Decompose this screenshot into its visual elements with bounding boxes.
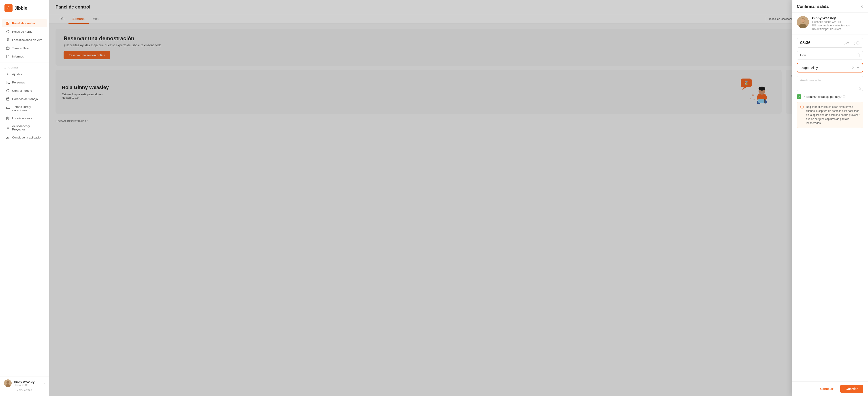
note-area[interactable]: Añadir una nota ⇲ — [797, 76, 863, 91]
sidebar-item-control[interactable]: Control horario — [2, 87, 47, 95]
confirm-salida-panel: Confirmar salida × Ginny Weasley Fichand… — [792, 0, 868, 396]
sidebar-item-label-loc-vivo: Localizaciones en vivo — [12, 38, 42, 42]
close-panel-button[interactable]: × — [860, 4, 863, 9]
confirm-header: Confirmar salida × — [792, 0, 868, 12]
pin-icon — [6, 38, 10, 42]
list-icon — [6, 126, 10, 130]
sidebar-item-app[interactable]: Consigue la aplicación — [2, 133, 47, 141]
sidebar-item-label-hojas: Hojas de horas — [12, 30, 32, 33]
sidebar-item-loc[interactable]: Localizaciones — [2, 114, 47, 122]
confirm-split-time: Dividir tiempo: 12:00 am — [812, 28, 850, 31]
sidebar-item-label-panel: Panel de control — [12, 22, 36, 25]
confirm-user-row: Ginny Weasley Fichando desde GMT+8 Últim… — [792, 12, 868, 34]
clock-icon — [6, 30, 10, 34]
file-icon — [6, 54, 10, 58]
confirm-title: Confirmar salida — [797, 4, 829, 9]
collapse-icon: « — [17, 389, 18, 392]
svg-point-5 — [8, 39, 8, 40]
sidebar-item-label-tiempo-vac: Tiempo libre y vacaciones — [12, 105, 43, 112]
date-value: Hoy — [800, 54, 806, 57]
sidebar-user[interactable]: Ginny Weasley Hogwarts Co › — [4, 380, 45, 387]
confirm-user-name: Ginny Weasley — [812, 16, 850, 20]
location-value: Diagon Alley — [800, 66, 852, 70]
svg-point-7 — [7, 74, 8, 74]
sidebar-item-hojas[interactable]: Hojas de horas — [2, 28, 47, 36]
sidebar-item-label-ajustes: Ajustes — [12, 72, 22, 76]
sidebar-footer: Ginny Weasley Hogwarts Co › « COLAPSAR — [0, 376, 49, 396]
main-area: Panel de control 0:03:59 Charms Proje...… — [49, 0, 868, 396]
location-actions: ✕ ▼ — [852, 66, 860, 70]
location-clear-button[interactable]: ✕ — [852, 66, 855, 70]
users-icon — [6, 80, 10, 84]
sidebar-logo[interactable]: J Jibble — [0, 0, 49, 16]
svg-rect-10 — [6, 98, 9, 100]
save-button[interactable]: Guardar — [840, 385, 863, 393]
warning-icon: ⓘ — [800, 105, 804, 125]
overlay — [49, 0, 868, 396]
sidebar-user-org: Hogwarts Co — [14, 384, 42, 386]
warning-box: ⓘ Registrar tu salida en otras plataform… — [797, 102, 863, 128]
time-tz: (GMT+8) — [844, 41, 860, 45]
sidebar-collapse[interactable]: « COLAPSAR — [4, 387, 45, 393]
sidebar-item-label-horarios: Horarios de trabajo — [12, 97, 38, 101]
finish-work-row: ✓ ¿Terminar el trabajo por hoy? ⓘ — [797, 94, 863, 99]
sidebar-item-label-app: Consigue la aplicación — [12, 136, 42, 139]
sidebar-user-name: Ginny Weasley — [14, 380, 42, 384]
finish-work-info-icon: ⓘ — [843, 95, 845, 99]
logo-text: Jibble — [14, 6, 27, 11]
sidebar-item-label-control: Control horario — [12, 89, 32, 92]
date-row[interactable]: Hoy — [797, 51, 863, 60]
sidebar-item-label-informes: Informes — [12, 55, 24, 58]
map-icon — [6, 116, 10, 120]
confirm-last-entry: Última entrada el 4 minutes ago — [812, 24, 850, 27]
sidebar-item-label-actividades: Actividades y Proyectos — [12, 124, 43, 131]
time-value: 08:36 — [800, 40, 810, 45]
svg-rect-61 — [856, 54, 859, 57]
confirm-avatar — [797, 16, 809, 28]
sidebar-item-horarios[interactable]: Horarios de trabajo — [2, 95, 47, 103]
time-row[interactable]: 08:36 (GMT+8) — [797, 38, 863, 48]
svg-rect-0 — [6, 22, 8, 23]
sidebar: J Jibble Panel de control Hojas de horas… — [0, 0, 49, 396]
svg-marker-15 — [6, 117, 9, 120]
confirm-body: 08:36 (GMT+8) Hoy Diagon Alley ✕ ▼ Añadi… — [792, 34, 868, 382]
clock-tz-icon — [856, 41, 860, 45]
sidebar-item-label-tiempo: Tiempo libre — [12, 46, 29, 50]
note-placeholder: Añadir una nota — [800, 78, 821, 82]
calendar-date-icon — [856, 53, 860, 57]
resize-handle: ⇲ — [859, 87, 862, 90]
confirm-filing-from: Fichando desde GMT+8 — [812, 20, 850, 24]
sidebar-item-panel[interactable]: Panel de control — [2, 19, 47, 27]
svg-rect-2 — [6, 24, 8, 25]
logo-icon: J — [4, 4, 12, 12]
svg-rect-6 — [6, 47, 9, 50]
sidebar-item-localizaciones-vivo[interactable]: Localizaciones en vivo — [2, 36, 47, 44]
location-row[interactable]: Diagon Alley ✕ ▼ — [797, 63, 863, 72]
clock2-icon — [6, 89, 10, 93]
sidebar-user-info: Ginny Weasley Hogwarts Co — [14, 380, 42, 386]
warning-text: Registrar tu salida en otras plataformas… — [806, 105, 860, 125]
sidebar-item-informes[interactable]: Informes — [2, 52, 47, 60]
location-dropdown-icon[interactable]: ▼ — [856, 66, 860, 70]
sidebar-section-ajustes: ▲ Ajustes — [0, 64, 49, 70]
calendar-icon — [6, 97, 10, 101]
sidebar-item-tiempo-libre[interactable]: Tiempo libre — [2, 44, 47, 52]
collapse-label: COLAPSAR — [19, 389, 32, 392]
cancel-button[interactable]: Cancelar — [816, 385, 837, 393]
sidebar-item-ajustes[interactable]: Ajustes — [2, 70, 47, 78]
svg-point-26 — [6, 381, 9, 384]
svg-point-58 — [801, 19, 805, 23]
sidebar-nav: Panel de control Hojas de horas Localiza… — [0, 16, 49, 376]
briefcase-icon — [6, 46, 10, 50]
sidebar-item-actividades[interactable]: Actividades y Proyectos — [2, 122, 47, 133]
finish-work-checkbox[interactable]: ✓ — [797, 94, 801, 99]
sidebar-item-label-personas: Personas — [12, 81, 25, 84]
download-icon — [6, 135, 10, 139]
confirm-user-details: Ginny Weasley Fichando desde GMT+8 Últim… — [812, 16, 850, 31]
chevron-right-icon: › — [44, 382, 45, 385]
umbrella-icon — [6, 106, 10, 110]
sidebar-item-personas[interactable]: Personas — [2, 78, 47, 86]
svg-rect-1 — [8, 22, 9, 23]
sidebar-item-tiempo-vac[interactable]: Tiempo libre y vacaciones — [2, 103, 47, 114]
confirm-footer: Cancelar Guardar — [792, 382, 868, 396]
